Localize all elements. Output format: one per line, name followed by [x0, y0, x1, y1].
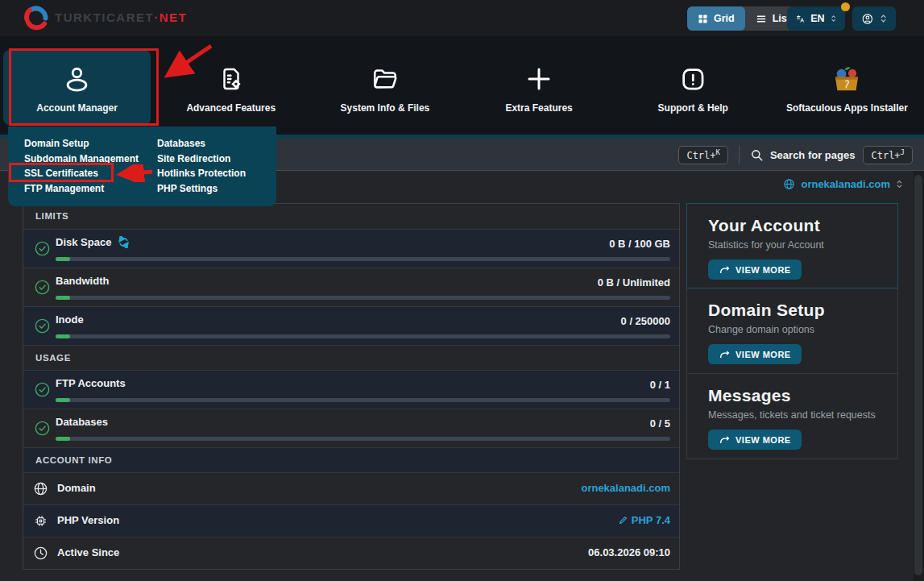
view-more-button[interactable]: VIEW MORE [708, 259, 802, 280]
scrollbar [914, 171, 924, 581]
search-icon [750, 148, 764, 162]
nav-tile-account-manager[interactable]: Account Manager [3, 50, 151, 125]
progress-fill [56, 296, 70, 300]
topbar: TURKTICARET·NET Grid List EN [0, 0, 924, 36]
section-header-limits: LIMITS [23, 204, 679, 229]
edit-pencil-icon [619, 516, 628, 525]
nav-tile-extra-features[interactable]: Extra Features [466, 50, 613, 125]
account-stats-table: LIMITS Disk Space 0 B / 100 GB [23, 203, 680, 570]
goto-arrow-icon [719, 434, 730, 445]
row-label: Domain [57, 482, 96, 494]
view-more-button[interactable]: VIEW MORE [708, 430, 802, 450]
progress-fill [56, 257, 70, 261]
row-value: 0 / 1 [650, 379, 670, 391]
kbd-ctrl-j: Ctrl+J [863, 146, 913, 164]
nav-label: Extra Features [505, 102, 572, 114]
domain-selector[interactable]: ornekalanadi.com [783, 178, 903, 190]
menu-item-domain-setup[interactable]: Domain Setup [24, 136, 139, 151]
shortcut-cards: Your Account Statistics for your Account… [686, 203, 898, 459]
grid-icon [698, 14, 708, 24]
menu-item-site-redirection[interactable]: Site Redirection [157, 151, 246, 167]
info-row-php-version: PHP Version PHP 7.4 [23, 504, 679, 537]
language-label: EN [810, 13, 824, 24]
nav-tile-support-help[interactable]: Support & Help [619, 50, 767, 125]
nav-tile-advanced-features[interactable]: Advanced Features [157, 50, 305, 125]
globe-icon [33, 481, 48, 500]
progress-track [56, 334, 670, 338]
progress-track [56, 398, 670, 402]
alert-square-icon [679, 63, 706, 95]
limit-row-bandwidth: Bandwidth 0 B / Unlimited [23, 268, 679, 306]
check-circle-icon [34, 381, 51, 401]
plus-icon [524, 63, 553, 95]
person-icon [62, 63, 92, 95]
view-toggle: Grid List [687, 6, 801, 31]
menu-item-ftp-management[interactable]: FTP Management [24, 181, 139, 197]
check-circle-icon [34, 420, 51, 440]
section-header-usage: USAGE [23, 345, 679, 370]
notification-dot [841, 2, 850, 11]
domain-link[interactable]: ornekalanadi.com [581, 482, 670, 494]
brand-logo-icon[interactable] [21, 3, 51, 33]
check-circle-icon [34, 317, 51, 338]
folder-icon [371, 63, 400, 95]
menu-item-ssl-certificates[interactable]: SSL Certificates [24, 166, 139, 181]
progress-fill [56, 334, 70, 338]
row-label: Disk Space [56, 236, 111, 248]
card-subtitle: Statistics for your Account [708, 239, 897, 251]
nav-label: Softaculous Apps Installer [786, 102, 908, 114]
list-icon [756, 14, 767, 24]
account-menu-button[interactable] [852, 6, 896, 31]
menu-item-php-settings[interactable]: PHP Settings [157, 181, 246, 197]
menu-item-subdomain-management[interactable]: Subdomain Management [24, 151, 139, 167]
row-value: 0 B / Unlimited [598, 276, 670, 288]
row-label: PHP Version [57, 514, 119, 526]
content-area: ornekalanadi.com LIMITS Disk Space [0, 171, 924, 581]
grid-label: Grid [714, 13, 735, 24]
menu-item-databases[interactable]: Databases [157, 136, 246, 151]
refresh-icon[interactable] [118, 236, 130, 248]
row-label: Active Since [57, 546, 119, 558]
limit-row-inode: Inode 0 / 250000 [23, 306, 679, 345]
brand-name: TURKTICARET [55, 10, 154, 24]
brand-tld: ·NET [154, 10, 187, 24]
usage-row-databases: Databases 0 / 5 [23, 409, 679, 447]
row-label: FTP Accounts [56, 377, 126, 389]
softaculous-box-icon [832, 63, 861, 95]
chip-icon [33, 513, 48, 532]
card-subtitle: Change domain options [708, 324, 897, 335]
globe-icon [783, 178, 795, 190]
card-your-account: Your Account Statistics for your Account… [686, 203, 898, 288]
progress-track [56, 296, 670, 300]
card-title: Domain Setup [708, 301, 897, 320]
language-selector[interactable]: EN [787, 6, 845, 31]
row-value: 0 / 5 [650, 417, 670, 430]
php-version-link[interactable]: PHP 7.4 [619, 514, 670, 526]
progress-fill [56, 437, 70, 441]
row-value: 0 / 250000 [621, 315, 670, 327]
info-row-domain: Domain ornekalanadi.com [23, 472, 679, 504]
search-pages-button[interactable]: Search for pages [770, 149, 856, 161]
card-messages: Messages Messages, tickets and ticket re… [686, 374, 898, 459]
nav-label: Support & Help [658, 102, 728, 114]
row-label: Inode [56, 313, 84, 326]
brand-wordmark[interactable]: TURKTICARET·NET [55, 10, 187, 24]
chevron-updown-icon [896, 179, 903, 189]
info-row-active-since: Active Since 06.03.2026 09:10 [23, 537, 679, 569]
progress-fill [56, 398, 70, 402]
card-title: Your Account [708, 216, 897, 235]
nav-tile-softaculous[interactable]: Softaculous Apps Installer [773, 50, 921, 125]
row-label: Databases [56, 416, 108, 428]
account-manager-dropdown: Domain Setup Subdomain Management SSL Ce… [8, 127, 276, 206]
menu-item-hotlinks-protection[interactable]: Hotlinks Protection [157, 166, 246, 181]
user-circle-icon [861, 12, 874, 26]
search-shortcuts: Ctrl+K Search for pages Ctrl+J [678, 139, 913, 171]
grid-view-button[interactable]: Grid [687, 6, 745, 31]
scrollbar-thumb[interactable] [914, 175, 922, 575]
hosting-panel: TURKTICARET·NET Grid List EN [0, 0, 924, 581]
nav-tile-system-info-files[interactable]: System Info & Files [311, 50, 458, 125]
main-nav: Account Manager Advanced Features Sy [0, 36, 924, 139]
goto-arrow-icon [719, 349, 730, 359]
chevron-updown-icon [880, 13, 887, 24]
view-more-button[interactable]: VIEW MORE [708, 344, 802, 364]
